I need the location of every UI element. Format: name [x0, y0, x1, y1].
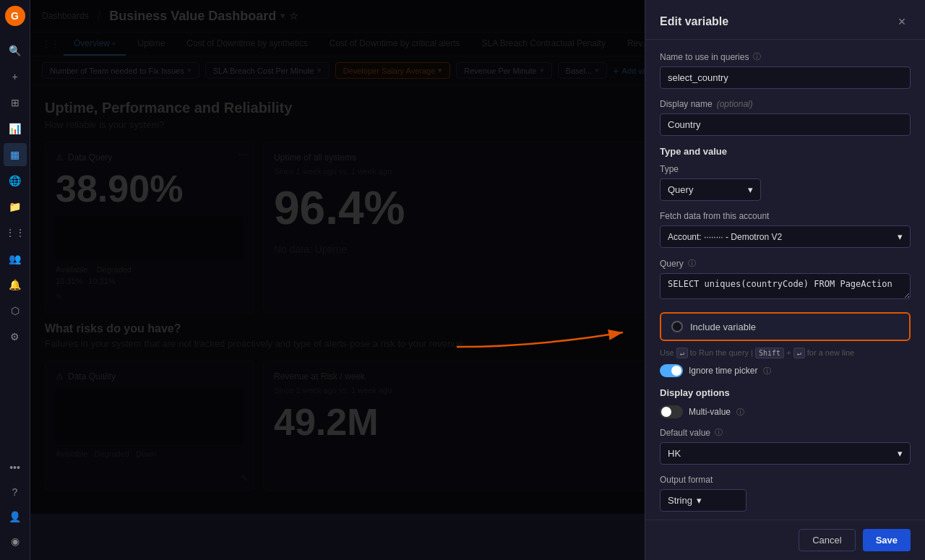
name-input[interactable]	[660, 66, 911, 89]
sidebar: G 🔍 + ⊞ 📊 ▦ 🌐 📁 ⋮⋮ 👥 🔔 ⬡ ⚙ ••• ? 👤 ◉	[0, 0, 30, 560]
cancel-button[interactable]: Cancel	[799, 529, 855, 551]
app-logo[interactable]: G	[5, 6, 25, 26]
panel-body: Name to use in queries ⓘ Display name (o…	[645, 40, 925, 520]
display-name-field-group: Display name (optional)	[660, 99, 911, 136]
query-label: Query ⓘ	[660, 258, 911, 269]
sidebar-item-help[interactable]: ?	[4, 481, 27, 504]
logo-text: G	[11, 10, 19, 22]
query-info-icon[interactable]: ⓘ	[688, 258, 696, 269]
hint-key-shift: Shift	[755, 348, 784, 358]
close-button[interactable]: ×	[893, 13, 911, 30]
sidebar-item-globe[interactable]: 🌐	[4, 169, 27, 192]
include-variable-radio[interactable]	[671, 321, 683, 332]
sidebar-item-settings[interactable]: ⚙	[4, 325, 27, 348]
sidebar-item-alert[interactable]: 🔔	[4, 273, 27, 296]
multi-value-toggle[interactable]	[660, 405, 683, 418]
sidebar-item-grid[interactable]: ⊞	[4, 91, 27, 114]
chevron-down-icon-output: ▾	[697, 495, 702, 506]
default-value-label: Default value ⓘ	[660, 427, 911, 438]
panel-footer: Cancel Save	[645, 520, 925, 560]
sidebar-item-people[interactable]: 👥	[4, 247, 27, 270]
output-format-select[interactable]: String ▾	[660, 489, 747, 512]
ignore-time-picker-toggle[interactable]	[660, 364, 683, 377]
type-value-heading: Type and value	[660, 146, 911, 157]
panel-header: Edit variable ×	[645, 0, 925, 40]
multi-value-label: Multi-value	[689, 407, 731, 417]
name-info-icon[interactable]: ⓘ	[753, 51, 761, 62]
sidebar-item-apps[interactable]: ⬡	[4, 299, 27, 322]
type-label: Type	[660, 164, 911, 174]
chevron-down-icon-account: ▾	[898, 231, 903, 242]
sidebar-item-user[interactable]: 👤	[4, 505, 27, 528]
hint-key-run: ↵	[676, 348, 688, 358]
sidebar-item-book[interactable]: 📁	[4, 195, 27, 218]
sidebar-item-chart[interactable]: 📊	[4, 117, 27, 140]
ignore-time-picker-info-icon[interactable]: ⓘ	[763, 366, 771, 376]
chevron-down-icon-default: ▾	[898, 448, 903, 459]
type-select[interactable]: Query ▾	[660, 178, 761, 201]
sidebar-item-table[interactable]: ⋮⋮	[4, 221, 27, 244]
multi-value-knob	[661, 407, 671, 417]
sidebar-item-search[interactable]: 🔍	[4, 39, 27, 62]
multi-value-info-icon[interactable]: ⓘ	[736, 407, 744, 418]
ignore-time-picker-row: Ignore time picker ⓘ	[660, 364, 911, 377]
panel-title: Edit variable	[660, 15, 728, 28]
ignore-time-picker-label: Ignore time picker	[689, 366, 757, 376]
display-name-label: Display name (optional)	[660, 99, 911, 109]
fetch-label: Fetch data from this account	[660, 211, 911, 221]
output-format-field-group: Output format String ▾	[660, 475, 911, 512]
output-format-label: Output format	[660, 475, 911, 485]
toggle-knob	[671, 366, 681, 376]
sidebar-item-avatar[interactable]: ◉	[4, 530, 27, 553]
default-value-select[interactable]: HK ▾	[660, 442, 911, 465]
save-button[interactable]: Save	[863, 529, 911, 551]
type-field-group: Type Query ▾	[660, 164, 911, 201]
default-value-field-group: Default value ⓘ HK ▾	[660, 427, 911, 465]
sidebar-item-plus[interactable]: +	[4, 65, 27, 88]
hint-text: Use ↵ to Run the query | Shift + ↵ for a…	[660, 348, 911, 357]
hint-key-enter: ↵	[793, 348, 805, 358]
sidebar-item-more[interactable]: •••	[4, 456, 27, 479]
sidebar-item-dashboard[interactable]: ▦	[4, 143, 27, 166]
display-name-input[interactable]	[660, 113, 911, 136]
query-input[interactable]: SELECT uniques(countryCode) FROM PageAct…	[660, 273, 911, 299]
fetch-field-group: Fetch data from this account Account: ··…	[660, 211, 911, 248]
name-field-group: Name to use in queries ⓘ	[660, 51, 911, 89]
account-select[interactable]: Account: ········ - Demotron V2 ▾	[660, 225, 911, 248]
default-value-info-icon[interactable]: ⓘ	[715, 427, 723, 438]
name-label: Name to use in queries ⓘ	[660, 51, 911, 62]
query-field-group: Query ⓘ SELECT uniques(countryCode) FROM…	[660, 258, 911, 302]
edit-variable-panel: Edit variable × Name to use in queries ⓘ…	[645, 0, 925, 560]
chevron-down-icon: ▾	[748, 184, 753, 195]
include-variable-label: Include variable	[690, 322, 756, 332]
display-options-heading: Display options	[660, 387, 911, 398]
multi-value-row: Multi-value ⓘ	[660, 405, 911, 418]
include-variable-box: Include variable	[660, 312, 911, 341]
